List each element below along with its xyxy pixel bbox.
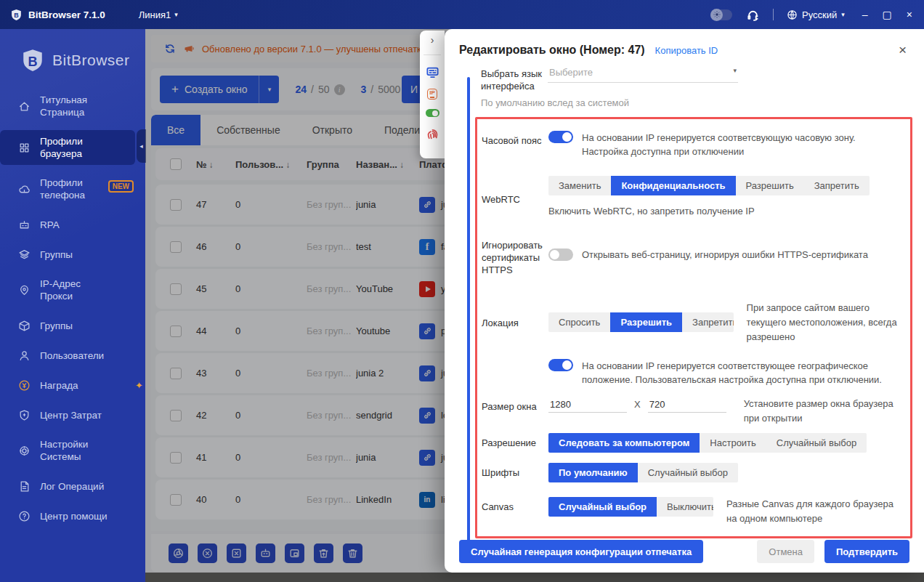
- language-selector[interactable]: Русский▾: [787, 9, 845, 20]
- sidebar-item-label: IP-Адрес Прокси: [40, 278, 115, 302]
- sidebar-item-reward[interactable]: Награда ✦: [0, 373, 145, 397]
- webrtc-hint: Включить WebRTC, но запретить получение …: [548, 206, 903, 217]
- webrtc-segmented: Заменить Конфиденциальность Разрешить За…: [548, 176, 870, 195]
- modal-scrollbar[interactable]: [467, 77, 470, 543]
- window-width-input[interactable]: [548, 397, 627, 413]
- fonts-option-random[interactable]: Случайный выбор: [638, 463, 738, 482]
- location-note: При запросе сайтом вашего текущего место…: [747, 301, 903, 344]
- app-title: BitBrowser 7.1.0: [28, 9, 105, 20]
- confirm-button[interactable]: Подтвердить: [824, 540, 909, 563]
- sidebar-item-browser-profiles[interactable]: Профили браузера: [0, 130, 135, 165]
- proxy-toggle-icon[interactable]: [426, 109, 439, 117]
- location-option-allow[interactable]: Разрешить: [610, 312, 682, 332]
- app-logo-icon: B: [10, 9, 23, 21]
- sidebar-item-label: Профили браузера: [40, 135, 115, 160]
- fingerprint-highlight-box: Часовой пояс На основании IP генерируетс…: [475, 117, 912, 538]
- edit-window-modal: Редактировать окно (Номер: 47) Копироват…: [445, 29, 924, 573]
- sidebar-item-system-settings[interactable]: Настройки Системы: [0, 433, 145, 468]
- brand-shield-icon: B: [20, 48, 45, 73]
- webrtc-option-allow[interactable]: Разрешить: [736, 176, 804, 195]
- theme-toggle[interactable]: [710, 9, 732, 20]
- shield-icon: [17, 408, 31, 421]
- sidebar-item-label: Настройки Системы: [40, 438, 115, 463]
- brand-name: BitBrowser: [52, 52, 130, 69]
- modal-title: Редактировать окно (Номер: 47): [459, 44, 645, 57]
- sidebar-item-rpa[interactable]: RPA: [0, 213, 145, 236]
- sidebar-item-label: RPA: [40, 219, 115, 231]
- copy-id-link[interactable]: Копировать ID: [655, 45, 718, 56]
- geo-toggle[interactable]: [548, 359, 573, 371]
- support-headset-icon[interactable]: [745, 7, 760, 22]
- resolution-row: Разрешение Следовать за компьютером Наст…: [482, 433, 903, 453]
- fonts-option-default[interactable]: По умолчанию: [548, 463, 638, 482]
- sidebar-item-label: Центр Затрат: [40, 409, 115, 421]
- timezone-toggle[interactable]: [548, 131, 573, 143]
- chevron-down-icon: ▾: [841, 11, 845, 18]
- sidebar-item-ip-proxy[interactable]: IP-Адрес Прокси: [0, 272, 145, 307]
- globe-icon: [787, 9, 798, 20]
- location-pin-icon: [17, 283, 31, 296]
- location-option-deny[interactable]: Запретить: [682, 312, 733, 332]
- canvas-option-off[interactable]: Выключить: [657, 497, 713, 517]
- close-window-button[interactable]: ×: [907, 9, 912, 20]
- size-separator: X: [634, 397, 641, 410]
- divider: [773, 9, 774, 20]
- location-row: Локация Спросить Разрешить Запретить При…: [482, 301, 903, 344]
- resolution-option-custom[interactable]: Настроить: [700, 433, 766, 453]
- modal-footer: Случайная генерация конфигурации отпечат…: [459, 540, 909, 563]
- sidebar-item-home[interactable]: Титульная Страница: [0, 89, 145, 124]
- ip-icon[interactable]: IP: [427, 89, 437, 100]
- language-hint: По умолчанию вслед за системой: [481, 97, 914, 108]
- chevron-down-icon: ▾: [174, 11, 178, 18]
- sidebar-item-operation-log[interactable]: Лог Операций: [0, 474, 145, 498]
- fingerprint-icon[interactable]: [425, 126, 439, 141]
- interface-language-select[interactable]: Выберите ▾: [548, 64, 738, 83]
- minimize-button[interactable]: –: [862, 9, 868, 20]
- random-fingerprint-button[interactable]: Случайная генерация конфигурации отпечат…: [459, 540, 703, 563]
- line-selector[interactable]: Линия1▾: [139, 9, 178, 20]
- svg-text:B: B: [14, 12, 19, 19]
- window-height-input[interactable]: [648, 397, 726, 413]
- fonts-row: Шрифты По умолчанию Случайный выбор: [482, 463, 903, 482]
- sidebar-item-label: Центр помощи: [40, 510, 115, 522]
- quick-panel: › IP: [420, 31, 445, 158]
- sidebar-item-cost-center[interactable]: Центр Затрат: [0, 403, 145, 427]
- sidebar-item-users[interactable]: Пользователи: [0, 344, 145, 367]
- gear-icon: [17, 444, 31, 457]
- close-modal-button[interactable]: ×: [899, 44, 907, 56]
- help-icon: [17, 509, 31, 522]
- sidebar-item-help-center[interactable]: Центр помощи: [0, 504, 145, 528]
- field-label: Часовой пояс: [482, 131, 548, 147]
- sidebar-item-phone-profiles[interactable]: Профили телефона NEW: [0, 171, 145, 206]
- sidebar-collapse-handle[interactable]: ◂: [137, 129, 146, 163]
- cancel-button[interactable]: Отмена: [757, 540, 814, 563]
- divider: [423, 54, 441, 55]
- modal-body: Выбрать язык интерфейса Выберите ▾ По ум…: [445, 57, 924, 538]
- sidebar-item-groups-2[interactable]: Группы: [0, 314, 145, 337]
- language-row: Выбрать язык интерфейса Выберите ▾: [481, 64, 914, 92]
- sidebar-item-groups[interactable]: Группы: [0, 243, 145, 266]
- webrtc-option-replace[interactable]: Заменить: [548, 176, 611, 195]
- timezone-description: На основании IP генерируется соответсвую…: [582, 131, 901, 158]
- profile-settings-icon[interactable]: [425, 65, 439, 79]
- ignore-https-toggle[interactable]: [548, 248, 573, 261]
- home-icon: [17, 100, 31, 113]
- location-option-ask[interactable]: Спросить: [548, 312, 610, 332]
- field-label: WebRTC: [482, 176, 548, 206]
- canvas-option-random[interactable]: Случайный выбор: [548, 497, 657, 517]
- geo-row: На основании IP генерируется соответству…: [482, 359, 903, 387]
- resolution-option-follow[interactable]: Следовать за компьютером: [548, 433, 700, 453]
- maximize-button[interactable]: ▢: [883, 9, 892, 20]
- collapse-panel-button[interactable]: ›: [431, 35, 434, 45]
- box-icon: [17, 319, 31, 332]
- timezone-row: Часовой пояс На основании IP генерируетс…: [482, 131, 903, 158]
- resolution-option-random[interactable]: Случайный выбор: [766, 433, 867, 453]
- webrtc-option-privacy[interactable]: Конфиденциальность: [611, 176, 735, 195]
- sidebar-brand: B BitBrowser: [0, 29, 145, 89]
- webrtc-option-deny[interactable]: Запретить: [804, 176, 870, 195]
- layers-icon: [17, 248, 31, 261]
- resolution-segmented: Следовать за компьютером Настроить Случа…: [548, 433, 867, 453]
- field-label: Выбрать язык интерфейса: [481, 64, 548, 92]
- field-label: Разрешение: [482, 433, 548, 449]
- sidebar-item-label: Пользователи: [40, 349, 115, 362]
